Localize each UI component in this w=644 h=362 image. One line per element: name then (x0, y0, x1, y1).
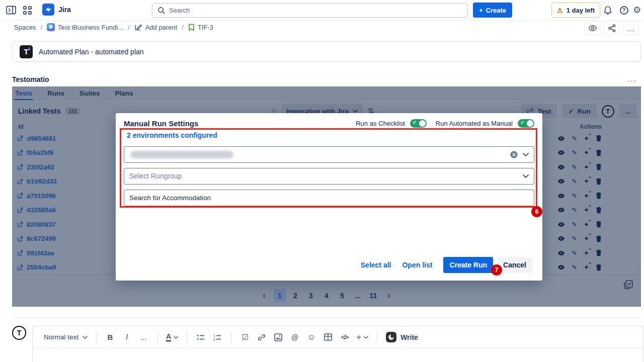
chevron-down-icon[interactable] (523, 174, 529, 178)
test-search-input[interactable] (129, 194, 529, 202)
comment-editor: Normal text B I ... A 12 ☑ @ ☺ </ (32, 326, 644, 362)
page-actions: ... (585, 21, 639, 35)
redacted-environment-value (130, 151, 233, 158)
app-title: Jira (58, 6, 71, 14)
mention-button[interactable]: @ (290, 331, 300, 344)
breadcrumb-separator: / (182, 24, 184, 31)
environment-select[interactable] (124, 146, 534, 163)
breadcrumb-space[interactable]: Test iBusiness Fundi... (47, 23, 123, 31)
breadcrumb-current-page[interactable]: TIF-3 (188, 24, 213, 31)
create-run-button[interactable]: Create Run (443, 257, 493, 273)
testomatio-editor-logo-icon: T (12, 326, 26, 340)
jira-logo-icon (42, 4, 54, 16)
more-formatting-button[interactable]: ... (138, 331, 148, 344)
top-navigation-bar: Jira + Create ⚠ 1 day left ? ⚙ (0, 0, 644, 21)
trial-countdown-badge[interactable]: ⚠ 1 day left (551, 3, 600, 18)
editor-toolbar: Normal text B I ... A 12 ☑ @ ☺ </ (33, 326, 643, 348)
plus-icon: + (479, 7, 483, 14)
search-input[interactable] (169, 7, 462, 14)
chevron-down-icon[interactable] (523, 153, 529, 156)
settings-gear-icon[interactable]: ⚙ (631, 4, 643, 16)
svg-text:2: 2 (213, 337, 215, 341)
rungroup-select[interactable] (124, 168, 534, 185)
help-icon[interactable]: ? (618, 4, 630, 16)
run-as-checklist-toggle[interactable]: ✓ (410, 119, 427, 128)
chevron-down-icon (174, 336, 178, 339)
edit-icon (134, 23, 142, 31)
breadcrumb-add-parent[interactable]: Add parent (134, 23, 178, 31)
sidebar-toggle-icon[interactable] (5, 4, 17, 16)
select-all-link[interactable]: Select all (361, 261, 391, 269)
breadcrumb-spaces[interactable]: Spaces (14, 24, 36, 31)
app-switcher-icon[interactable] (21, 4, 33, 16)
testomatio-square-logo-icon: T (20, 45, 33, 58)
bullet-list-button[interactable] (196, 331, 206, 344)
create-button[interactable]: + Create (473, 3, 512, 18)
chevron-down-icon (364, 336, 368, 339)
insert-table-button[interactable] (323, 331, 333, 344)
ellipsis-icon: ... (627, 24, 635, 33)
ai-write-button[interactable]: Write (386, 332, 418, 342)
rungroup-input[interactable] (129, 172, 523, 180)
search-icon (157, 7, 165, 14)
write-assistant-logo-icon (386, 332, 396, 342)
chevron-down-icon (83, 336, 88, 339)
text-color-button[interactable]: A (166, 331, 178, 344)
breadcrumb-separator: / (128, 24, 130, 31)
breadcrumb: Spaces / Test iBusiness Fundi... / Add p… (14, 23, 213, 31)
eye-icon (588, 25, 597, 32)
emoji-button[interactable]: ☺ (306, 331, 316, 344)
test-search-field[interactable] (124, 190, 534, 206)
annotation-step-6: 6 (531, 206, 542, 217)
breadcrumb-separator: / (40, 24, 42, 31)
watch-page-button[interactable] (585, 21, 601, 35)
insert-image-button[interactable] (273, 331, 283, 344)
widget-more-icon[interactable]: ... (627, 74, 637, 83)
global-search[interactable] (152, 3, 468, 18)
check-icon: ✓ (520, 120, 524, 125)
insert-link-button[interactable] (257, 331, 267, 344)
widget-heading: Testomatio (12, 75, 49, 83)
environments-configured-link[interactable]: 2 environments configured (127, 131, 217, 139)
check-icon: ✓ (413, 120, 417, 125)
cancel-button[interactable]: Cancel (497, 257, 532, 273)
run-automated-as-manual-toggle[interactable]: ✓ (518, 119, 534, 128)
open-list-link[interactable]: Open list (402, 261, 432, 269)
page-more-button[interactable]: ... (623, 21, 639, 35)
bookmark-icon (188, 24, 195, 31)
plan-card-title: Automated Plan - automated plan (39, 48, 144, 56)
share-icon (608, 24, 616, 32)
jira-brand[interactable]: Jira (42, 4, 71, 16)
task-checkbox-button[interactable]: ☑ (240, 331, 250, 344)
italic-button[interactable]: I (122, 331, 132, 344)
modal-title: Manual Run Settings (124, 119, 198, 128)
manual-run-settings-modal: Manual Run Settings Run as Checklist ✓ R… (116, 113, 542, 281)
text-style-dropdown[interactable]: Normal text (44, 333, 88, 341)
insert-more-button[interactable]: + (356, 331, 368, 344)
clear-icon[interactable] (510, 151, 518, 158)
numbered-list-button[interactable]: 12 (212, 331, 222, 344)
bold-button[interactable]: B (105, 331, 115, 344)
run-as-checklist-label: Run as Checklist (356, 120, 405, 127)
notifications-icon[interactable] (602, 4, 614, 16)
automated-plan-card[interactable]: T Automated Plan - automated plan (12, 41, 641, 62)
annotation-step-7: 7 (491, 264, 502, 276)
section-divider (12, 318, 641, 318)
editor-content-area[interactable] (33, 348, 643, 362)
warning-icon: ⚠ (557, 7, 563, 14)
code-block-button[interactable]: </> (340, 331, 350, 344)
share-button[interactable] (604, 21, 620, 35)
run-automated-as-manual-label: Run Automated as Manual (436, 120, 513, 127)
svg-text:1: 1 (213, 334, 215, 337)
space-avatar-icon (47, 23, 55, 31)
